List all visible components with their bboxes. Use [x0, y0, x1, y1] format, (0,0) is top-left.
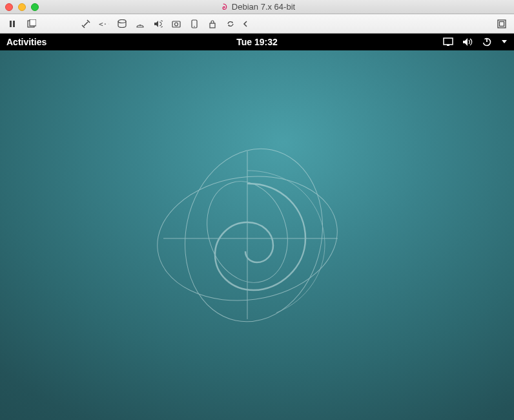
- settings-button[interactable]: [77, 17, 94, 31]
- network-icon: <··>: [99, 20, 109, 28]
- pause-button[interactable]: [4, 17, 21, 31]
- debian-swirl-logo: [147, 125, 354, 332]
- close-icon[interactable]: [5, 3, 13, 11]
- display-icon[interactable]: [443, 37, 453, 47]
- svg-rect-13: [500, 21, 504, 26]
- traffic-lights: [5, 3, 39, 11]
- svg-point-19: [169, 136, 338, 332]
- chevron-left-icon: [243, 21, 248, 27]
- harddisk-icon: [118, 19, 127, 28]
- sound-icon: [154, 19, 163, 28]
- fullscreen-icon: [497, 19, 506, 28]
- lock-icon: [209, 19, 216, 28]
- mac-titlebar: Debian 7.x 64-bit: [0, 0, 514, 14]
- svg-point-5: [118, 19, 126, 23]
- chevron-left-button[interactable]: [240, 17, 251, 31]
- svg-rect-15: [447, 45, 449, 46]
- fullscreen-button[interactable]: [493, 17, 510, 31]
- minimize-icon[interactable]: [18, 3, 26, 11]
- vm-toolbar: <··>: [0, 14, 514, 34]
- gnome-topbar: Activities Tue 19:32: [0, 34, 514, 50]
- vm-device-icons: <··>: [77, 17, 251, 31]
- svg-point-6: [139, 25, 141, 26]
- volume-icon[interactable]: [462, 37, 473, 47]
- sync-button[interactable]: [222, 17, 239, 31]
- sync-icon: [226, 19, 235, 28]
- svg-point-8: [175, 23, 178, 26]
- snapshot-icon: [27, 19, 36, 28]
- clock[interactable]: Tue 19:32: [236, 37, 278, 47]
- svg-rect-12: [498, 20, 506, 28]
- desktop-wallpaper[interactable]: [0, 50, 514, 420]
- optical-icon: [136, 19, 145, 28]
- mobile-button[interactable]: [186, 17, 203, 31]
- svg-rect-0: [10, 21, 12, 27]
- guest-vm-screen: Activities Tue 19:32: [0, 34, 514, 420]
- svg-point-10: [194, 26, 195, 27]
- window-title: Debian 7.x 64-bit: [219, 2, 295, 12]
- status-area[interactable]: [443, 37, 508, 47]
- optical-button[interactable]: [132, 17, 149, 31]
- lock-button[interactable]: [204, 17, 221, 31]
- window-title-text: Debian 7.x 64-bit: [232, 2, 295, 12]
- maximize-icon[interactable]: [31, 3, 39, 11]
- power-icon[interactable]: [482, 37, 492, 47]
- activities-button[interactable]: Activities: [6, 37, 46, 47]
- svg-rect-1: [13, 21, 15, 27]
- network-button[interactable]: <··>: [96, 17, 112, 31]
- camera-button[interactable]: [168, 17, 185, 31]
- pause-icon: [8, 20, 16, 28]
- svg-rect-11: [210, 23, 215, 28]
- snapshot-button[interactable]: [23, 17, 40, 31]
- svg-rect-7: [172, 21, 180, 27]
- mobile-icon: [191, 19, 198, 28]
- settings-icon: [81, 19, 90, 28]
- svg-rect-3: [30, 19, 36, 26]
- harddisk-button[interactable]: [114, 17, 130, 31]
- camera-icon: [172, 19, 181, 28]
- svg-text:<··>: <··>: [99, 20, 109, 28]
- svg-rect-14: [444, 38, 453, 45]
- debian-favicon-icon: [219, 3, 228, 12]
- dropdown-icon[interactable]: [501, 39, 508, 45]
- sound-button[interactable]: [150, 17, 167, 31]
